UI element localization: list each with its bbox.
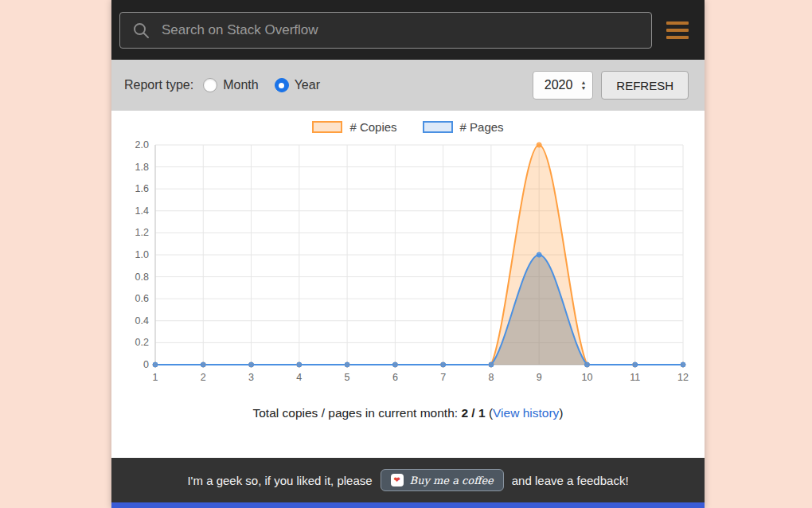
svg-text:1.0: 1.0 bbox=[135, 249, 149, 260]
svg-text:12: 12 bbox=[677, 372, 689, 383]
svg-text:5: 5 bbox=[345, 372, 350, 383]
svg-text:2.0: 2.0 bbox=[135, 139, 149, 150]
footer-text-before: I'm a geek so, if you liked it, please bbox=[187, 474, 372, 487]
stepper-icon: ▲▼ bbox=[580, 80, 586, 91]
legend-label: # Pages bbox=[460, 120, 504, 134]
buy-me-a-coffee-button[interactable]: ❤ Buy me a coffee bbox=[381, 469, 504, 491]
svg-text:6: 6 bbox=[392, 372, 398, 383]
top-bar bbox=[111, 0, 705, 60]
summary-value: 2 / 1 bbox=[461, 406, 485, 420]
radio-circle-month bbox=[203, 78, 217, 92]
svg-text:8: 8 bbox=[488, 372, 494, 383]
coffee-button-label: Buy me a coffee bbox=[410, 475, 494, 487]
svg-text:0.8: 0.8 bbox=[135, 272, 149, 283]
gridlines bbox=[155, 145, 683, 365]
svg-text:0: 0 bbox=[143, 359, 149, 370]
legend-item-copies[interactable]: # Copies bbox=[312, 120, 396, 134]
radio-option-year[interactable]: Year bbox=[275, 78, 320, 92]
svg-text:1.6: 1.6 bbox=[135, 183, 149, 194]
svg-text:9: 9 bbox=[537, 372, 542, 383]
menu-bar bbox=[666, 29, 689, 32]
svg-text:7: 7 bbox=[440, 372, 446, 383]
menu-icon[interactable] bbox=[666, 21, 689, 39]
search-icon bbox=[131, 21, 150, 40]
bottom-accent-bar bbox=[111, 502, 705, 508]
svg-text:11: 11 bbox=[630, 372, 640, 383]
footer-text-after: and leave a feedback! bbox=[512, 474, 629, 487]
summary-line: Total copies / pages in current month: 2… bbox=[252, 406, 563, 420]
axis-tick-labels: 00.20.40.60.81.01.21.41.61.82.0123456789… bbox=[135, 139, 689, 383]
svg-text:1.4: 1.4 bbox=[135, 205, 149, 217]
report-toolbar: Report type: Month Year 2020 ▲▼ REFRESH bbox=[111, 60, 705, 111]
legend-label: # Copies bbox=[349, 120, 396, 134]
refresh-button[interactable]: REFRESH bbox=[601, 71, 689, 100]
legend-item-pages[interactable]: # Pages bbox=[423, 120, 504, 134]
svg-text:2: 2 bbox=[201, 372, 206, 383]
svg-text:1.2: 1.2 bbox=[135, 227, 149, 238]
coffee-heart-icon: ❤ bbox=[391, 474, 404, 487]
summary-prefix: Total copies / pages in current month: bbox=[252, 406, 461, 420]
svg-text:4: 4 bbox=[296, 372, 302, 383]
legend-swatch bbox=[423, 121, 453, 133]
radio-label-year: Year bbox=[295, 78, 320, 92]
summary-paren-open: ( bbox=[486, 406, 493, 420]
year-select-value: 2020 bbox=[545, 78, 573, 92]
svg-text:10: 10 bbox=[581, 372, 592, 383]
svg-text:1.8: 1.8 bbox=[135, 162, 149, 173]
extension-popup: Report type: Month Year 2020 ▲▼ REFRESH … bbox=[111, 0, 705, 508]
chart-area: # Copies# Pages 00.20.40.60.81.01.21.41.… bbox=[111, 111, 705, 458]
chart-legend: # Copies# Pages bbox=[312, 120, 503, 134]
search-input[interactable] bbox=[160, 21, 640, 39]
menu-bar bbox=[666, 21, 689, 25]
radio-label-month: Month bbox=[223, 78, 258, 92]
svg-text:1: 1 bbox=[153, 372, 158, 383]
view-history-link[interactable]: View history bbox=[493, 406, 559, 420]
summary-paren-close: ) bbox=[559, 406, 563, 420]
menu-bar bbox=[666, 36, 689, 39]
svg-text:0.6: 0.6 bbox=[135, 293, 149, 304]
svg-text:0.4: 0.4 bbox=[135, 315, 149, 326]
report-type-label: Report type: bbox=[124, 78, 193, 92]
monthly-report-chart: 00.20.40.60.81.01.21.41.61.82.0123456789… bbox=[123, 135, 693, 389]
radio-circle-year bbox=[275, 78, 289, 92]
legend-swatch bbox=[312, 121, 342, 133]
footer-bar: I'm a geek so, if you liked it, please ❤… bbox=[111, 458, 705, 502]
search-box[interactable] bbox=[119, 12, 652, 49]
radio-option-month[interactable]: Month bbox=[203, 78, 258, 92]
svg-text:3: 3 bbox=[248, 372, 254, 383]
year-select[interactable]: 2020 ▲▼ bbox=[533, 71, 594, 100]
svg-text:0.2: 0.2 bbox=[135, 337, 149, 348]
